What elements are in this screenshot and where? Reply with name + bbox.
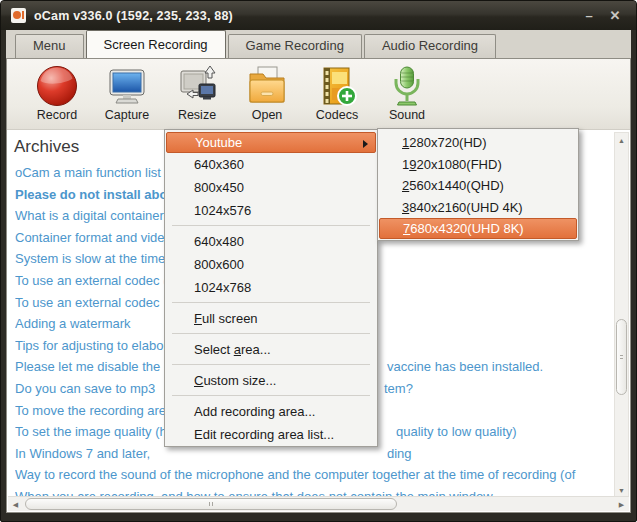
- link-text: Do you can save to mp3: [15, 381, 155, 396]
- link-text: To move the recording area: [15, 403, 173, 418]
- horizontal-scroll-thumb[interactable]: [25, 498, 397, 510]
- app-icon: [11, 8, 26, 23]
- tab-game-recording[interactable]: Game Recording: [228, 34, 362, 58]
- link-text: oCam a main function list: [15, 165, 161, 180]
- link-text: Please let me disable the: [15, 359, 160, 374]
- vertical-scroll-thumb[interactable]: [616, 319, 627, 395]
- resize-icon: [175, 64, 219, 108]
- archive-link[interactable]: Way to record the sound of the microphon…: [15, 464, 615, 486]
- menu-item-add-recording-area[interactable]: Add recording area...: [165, 400, 377, 423]
- tool-label: Record: [37, 108, 77, 122]
- link-text: Please do not install above: [15, 187, 182, 202]
- link-text: Way to record the sound of the microphon…: [15, 467, 575, 482]
- ocam-window: oCam v336.0 (1592, 235, 233, 88) – ✕ Men…: [0, 0, 637, 522]
- menu-item-640x360[interactable]: 640x360: [165, 153, 377, 176]
- link-text: In Windows 7 and later,: [15, 446, 150, 461]
- menu-separator: [172, 225, 370, 226]
- codecs-button[interactable]: Codecs: [302, 62, 372, 129]
- codecs-icon: [315, 64, 359, 108]
- page-title: Archives: [14, 137, 79, 157]
- submenu-item-1920x1080-fhd[interactable]: 1920x1080(FHD): [378, 154, 578, 176]
- tab-menu[interactable]: Menu: [15, 34, 84, 58]
- menu-separator: [172, 302, 370, 303]
- record-button[interactable]: Record: [22, 62, 92, 129]
- menu-separator: [172, 333, 370, 334]
- record-icon: [35, 64, 79, 108]
- menu-item-1024x576[interactable]: 1024x576: [165, 199, 377, 222]
- tool-label: Capture: [105, 108, 149, 122]
- menu-separator: [172, 364, 370, 365]
- vertical-scrollbar[interactable]: ▲ ▼: [614, 132, 629, 499]
- youtube-submenu: 1280x720(HD)1920x1080(FHD)2560x1440(QHD)…: [377, 128, 579, 241]
- menu-separator: [172, 395, 370, 396]
- tab-screen-recording[interactable]: Screen Recording: [86, 30, 226, 58]
- submenu-item-1280x720-hd[interactable]: 1280x720(HD): [378, 132, 578, 154]
- tab-bar: MenuScreen RecordingGame RecordingAudio …: [6, 30, 631, 58]
- resize-button[interactable]: Resize: [162, 62, 232, 129]
- scroll-right-icon[interactable]: ▶: [614, 497, 629, 512]
- link-text: To set the image quality (high: [15, 424, 184, 439]
- minimize-button[interactable]: –: [576, 8, 602, 23]
- sound-button[interactable]: Sound: [372, 62, 442, 129]
- capture-button[interactable]: Capture: [92, 62, 162, 129]
- tab-audio-recording[interactable]: Audio Recording: [364, 34, 496, 58]
- submenu-item-7680x4320-uhd-8k[interactable]: 7680x4320(UHD 8K): [379, 218, 577, 239]
- link-text-tail: ding: [387, 443, 412, 465]
- link-text: To use an external codec: [15, 295, 160, 310]
- menu-item-800x450[interactable]: 800x450: [165, 176, 377, 199]
- toolbar: RecordCaptureResizeOpenCodecsSound: [7, 59, 630, 130]
- capture-icon: [105, 64, 149, 108]
- submenu-arrow-icon: [363, 140, 368, 148]
- titlebar[interactable]: oCam v336.0 (1592, 235, 233, 88) – ✕: [1, 1, 636, 30]
- tool-label: Codecs: [316, 108, 358, 122]
- menu-item-select-area[interactable]: Select area...: [165, 338, 377, 361]
- link-text-tail: quality to low quality): [396, 421, 517, 443]
- tool-label: Open: [252, 108, 283, 122]
- link-text-tail: tem?: [384, 378, 413, 400]
- sound-mic-icon: [385, 64, 429, 108]
- menu-item-640x480[interactable]: 640x480: [165, 230, 377, 253]
- submenu-item-2560x1440-qhd[interactable]: 2560x1440(QHD): [378, 175, 578, 197]
- resize-menu: Youtube640x360800x4501024x576640x480800x…: [164, 129, 378, 447]
- scroll-up-icon[interactable]: ▲: [614, 133, 629, 148]
- window-title: oCam v336.0 (1592, 235, 233, 88): [34, 9, 233, 23]
- close-button[interactable]: ✕: [602, 8, 628, 23]
- link-text: Adding a watermark: [15, 316, 131, 331]
- tool-label: Sound: [389, 108, 425, 122]
- menu-item-custom-size[interactable]: Custom size...: [165, 369, 377, 392]
- horizontal-scrollbar[interactable]: ◀ ▶: [8, 496, 629, 511]
- menu-item-youtube[interactable]: Youtube: [166, 132, 376, 153]
- open-folder-icon: [245, 64, 289, 108]
- scroll-left-icon[interactable]: ◀: [8, 497, 23, 512]
- link-text: Tips for adjusting to elaborate: [15, 338, 186, 353]
- link-text-tail: vaccine has been installed.: [387, 356, 543, 378]
- menu-item-edit-recording-area-list[interactable]: Edit recording area list...: [165, 423, 377, 446]
- submenu-item-3840x2160-uhd-4k[interactable]: 3840x2160(UHD 4K): [378, 197, 578, 219]
- menu-item-1024x768[interactable]: 1024x768: [165, 276, 377, 299]
- open-button[interactable]: Open: [232, 62, 302, 129]
- menu-item-full-screen[interactable]: Full screen: [165, 307, 377, 330]
- menu-item-800x600[interactable]: 800x600: [165, 253, 377, 276]
- tool-label: Resize: [178, 108, 216, 122]
